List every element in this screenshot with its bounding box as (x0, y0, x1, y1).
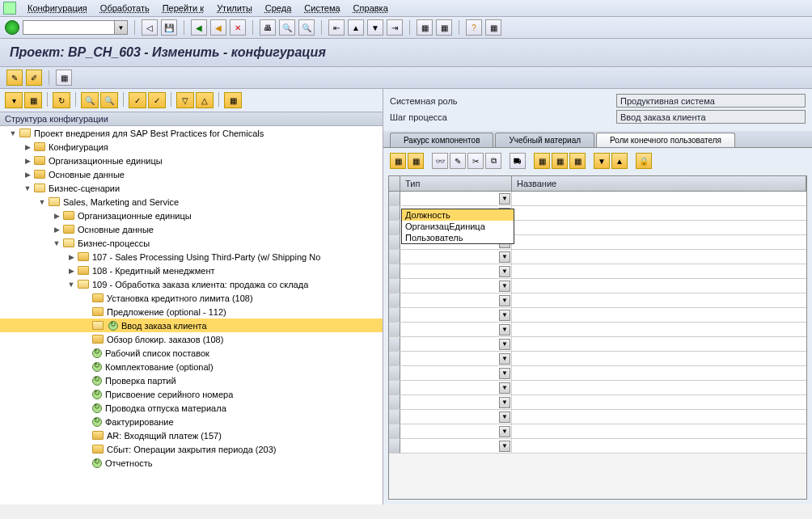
collapse-icon[interactable]: △ (196, 92, 214, 108)
tree-node[interactable]: Отчетность (0, 456, 383, 470)
name-cell[interactable] (512, 366, 806, 380)
tree-toggle[interactable]: ▶ (66, 267, 76, 275)
type-cell[interactable]: ▼ (400, 337, 512, 351)
row-selector[interactable] (389, 293, 400, 307)
type-cell[interactable]: ▼ (400, 192, 512, 205)
name-cell[interactable] (512, 206, 806, 220)
exit-icon[interactable]: ◀ (210, 19, 226, 36)
display-icon[interactable]: 👓 (432, 153, 448, 169)
name-cell[interactable] (512, 264, 806, 278)
name-cell[interactable] (512, 410, 806, 424)
enter-icon[interactable] (5, 20, 19, 35)
grid-row[interactable]: ▼ (389, 381, 806, 395)
check2-icon[interactable]: ✓ (148, 92, 166, 108)
type-cell[interactable]: ▼ (400, 308, 512, 322)
wand-icon[interactable]: ✎ (6, 70, 23, 86)
tree-toggle[interactable]: ▼ (66, 281, 76, 289)
name-cell[interactable] (512, 439, 806, 453)
name-cell[interactable] (512, 323, 806, 336)
row-selector[interactable] (389, 381, 400, 395)
menu-утилиты[interactable]: Утилиты (210, 2, 259, 15)
tab-1[interactable]: Учебный материал (495, 133, 594, 147)
lock-icon[interactable]: 🔒 (636, 153, 652, 169)
type-cell[interactable]: ▼ (400, 323, 512, 336)
chevron-down-icon[interactable]: ▼ (499, 426, 510, 437)
tree-node[interactable]: AR: Входящий платеж (157) (0, 428, 383, 442)
name-cell[interactable] (512, 337, 806, 351)
cancel-icon[interactable]: ✕ (230, 19, 246, 36)
save-icon[interactable]: 💾 (161, 19, 177, 36)
tree-node[interactable]: ▼109 - Обработка заказа клиента: продажа… (0, 277, 383, 291)
prev-page-icon[interactable]: ▲ (348, 19, 364, 36)
dropdown-option[interactable]: Должность (402, 209, 514, 221)
grid-row[interactable]: ▼ (389, 366, 806, 381)
chevron-down-icon[interactable]: ▼ (499, 339, 510, 350)
grid-row[interactable]: ▼ (389, 279, 806, 293)
tree-node[interactable]: Присвоение серийного номера (0, 387, 383, 401)
tree-node[interactable]: ▶Организационные единицы (0, 154, 383, 167)
find-tree-icon[interactable]: 🔍 (81, 92, 99, 108)
tree-node[interactable]: ▶Основные данные (0, 222, 383, 236)
tree-node[interactable]: Ввод заказа клиента (0, 319, 383, 332)
insert-row-icon[interactable]: ▦ (534, 153, 550, 169)
type-cell[interactable]: ▼ (400, 395, 512, 409)
row-selector[interactable] (389, 366, 400, 380)
config-tree[interactable]: ▼Проект внедрения для SAP Best Practices… (0, 126, 383, 504)
grid-row[interactable]: ▼ (389, 410, 806, 424)
menu-перейти к[interactable]: Перейти к (156, 2, 210, 15)
chevron-down-icon[interactable]: ▼ (499, 193, 510, 205)
sort-up-icon[interactable]: ▲ (611, 153, 628, 169)
chevron-down-icon[interactable]: ▼ (499, 441, 510, 452)
columns-icon[interactable]: ▦ (24, 92, 42, 108)
new-session-icon[interactable]: ▦ (417, 19, 433, 36)
row-selector[interactable] (389, 279, 400, 293)
type-cell[interactable]: ▼ (400, 293, 512, 307)
name-cell[interactable] (512, 308, 806, 322)
tree-node[interactable]: ▼Проект внедрения для SAP Best Practices… (0, 126, 383, 140)
tab-0[interactable]: Ракурс компонентов (390, 133, 493, 147)
back-icon[interactable]: ◁ (142, 19, 158, 36)
tree-toggle[interactable]: ▶ (66, 253, 76, 261)
tree-toggle[interactable]: ▶ (23, 157, 32, 165)
row-selector[interactable] (389, 235, 400, 249)
chevron-down-icon[interactable]: ▼ (499, 397, 510, 408)
tree-node[interactable]: Установка кредитного лимита (108) (0, 291, 383, 305)
row-selector[interactable] (389, 250, 400, 264)
tree-node[interactable]: ▶108 - Кредитный менеджмент (0, 264, 383, 277)
chevron-down-icon[interactable]: ▼ (499, 251, 510, 263)
next-page-icon[interactable]: ▼ (367, 19, 383, 36)
refresh-icon[interactable]: ↻ (53, 92, 70, 108)
layout-icon[interactable]: ▦ (485, 19, 501, 36)
tree-node[interactable]: ▼Sales, Marketing and Service (0, 195, 383, 209)
check1-icon[interactable]: ✓ (129, 92, 146, 108)
role-grid[interactable]: Тип Название ▼▼▼▼▼▼▼▼▼▼▼▼▼▼▼▼▼▼ Должност… (388, 175, 807, 500)
transport-icon[interactable]: ⛟ (510, 153, 526, 169)
grid-row[interactable]: ▼ (389, 395, 806, 410)
find-icon[interactable]: 🔍 (279, 19, 295, 36)
command-field[interactable]: ▼ (23, 20, 128, 35)
tree-node[interactable]: Фактурирование (0, 415, 383, 428)
name-cell[interactable] (512, 221, 806, 234)
tree-node[interactable]: Проверка партий (0, 373, 383, 387)
first-page-icon[interactable]: ⇤ (328, 19, 345, 36)
type-cell[interactable]: ▼ (400, 424, 512, 438)
tree-toggle[interactable]: ▼ (8, 129, 18, 137)
menu-среда[interactable]: Среда (259, 2, 298, 15)
tree-node[interactable]: Сбыт: Операции закрытия периода (203) (0, 442, 383, 456)
tree-node[interactable]: Рабочий список поставок (0, 346, 383, 360)
tree-node[interactable]: Проводка отпуска материала (0, 401, 383, 415)
delete-row-icon[interactable]: ▦ (552, 153, 568, 169)
chevron-down-icon[interactable]: ▼ (499, 368, 510, 379)
chevron-down-icon[interactable]: ▼ (499, 281, 510, 292)
menu-конфигурация[interactable]: Конфигурация (21, 2, 94, 15)
pencil-icon[interactable]: ✐ (26, 70, 42, 86)
tree-toggle[interactable]: ▼ (23, 184, 32, 192)
grid-row[interactable]: ▼ (389, 250, 806, 264)
app-menu-icon[interactable] (3, 2, 16, 15)
deselect-icon[interactable]: ▦ (408, 153, 424, 169)
tree-toggle[interactable]: ▶ (23, 143, 32, 151)
tree-toggle[interactable]: ▶ (52, 226, 61, 234)
dropdown-option[interactable]: ОрганизацЕдиница (402, 221, 514, 232)
menu-обработать[interactable]: Обработать (94, 2, 156, 15)
row-selector[interactable] (389, 337, 400, 351)
